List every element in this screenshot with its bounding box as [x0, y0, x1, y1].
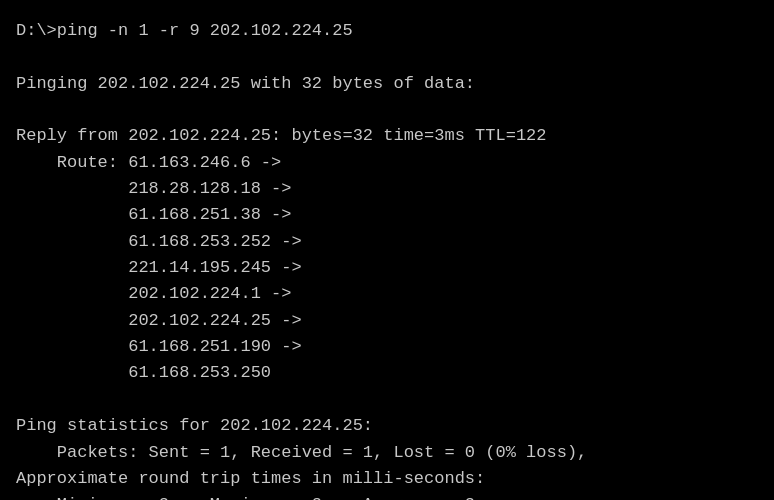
- route-4-line: 221.14.195.245 ->: [16, 255, 758, 281]
- route-8-line: 61.168.253.250: [16, 360, 758, 386]
- blank-line-2: [16, 97, 758, 123]
- terminal-window: D:\>ping -n 1 -r 9 202.102.224.25 Pingin…: [0, 0, 774, 500]
- route-7-line: 61.168.251.190 ->: [16, 334, 758, 360]
- packets-line: Packets: Sent = 1, Received = 1, Lost = …: [16, 440, 758, 466]
- approx-line: Approximate round trip times in milli-se…: [16, 466, 758, 492]
- times-line: Minimum = 3ms, Maximum = 3ms, Average = …: [16, 492, 758, 500]
- route-6-line: 202.102.224.25 ->: [16, 308, 758, 334]
- route-5-line: 202.102.224.1 ->: [16, 281, 758, 307]
- blank-line-1: [16, 44, 758, 70]
- route-label-line: Route: 61.163.246.6 ->: [16, 150, 758, 176]
- reply-line: Reply from 202.102.224.25: bytes=32 time…: [16, 123, 758, 149]
- pinging-line: Pinging 202.102.224.25 with 32 bytes of …: [16, 71, 758, 97]
- command-line: D:\>ping -n 1 -r 9 202.102.224.25: [16, 18, 758, 44]
- route-3-line: 61.168.253.252 ->: [16, 229, 758, 255]
- blank-line-3: [16, 387, 758, 413]
- route-1-line: 218.28.128.18 ->: [16, 176, 758, 202]
- stats-header-line: Ping statistics for 202.102.224.25:: [16, 413, 758, 439]
- route-2-line: 61.168.251.38 ->: [16, 202, 758, 228]
